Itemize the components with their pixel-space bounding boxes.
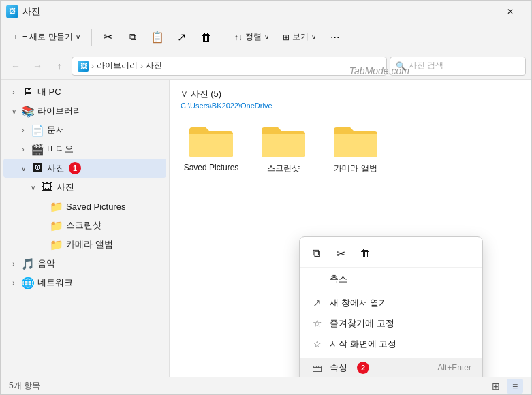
sidebar-item-pictures[interactable]: ∨ 🖼 사진 1: [3, 159, 166, 178]
cm-item-open-new[interactable]: ↗ 새 창에서 열기: [300, 293, 482, 313]
cm-open-new-label: 새 창에서 열기: [330, 297, 388, 309]
maximize-button[interactable]: □: [462, 1, 493, 22]
new-button[interactable]: ＋ + 새로 만들기 ∨: [6, 27, 86, 48]
cm-item-properties[interactable]: 🗃 속성 2 Alt+Enter: [300, 358, 482, 377]
sidebar-label-camera-roll: 카메라 앨범: [66, 238, 113, 251]
folder-icon-camera-roll: [331, 122, 380, 160]
more-options-button[interactable]: ···: [324, 27, 346, 48]
window: 🖼 사진 — □ ✕ ＋ + 새로 만들기 ∨ ✂ ⧉ 📋 ↗ 🗑: [0, 0, 532, 395]
folder-grid: Saved Pictures 스크린샷: [181, 119, 520, 177]
sidebar-label-documents: 문서: [47, 124, 65, 136]
list-view-icon: ≡: [512, 381, 518, 392]
sidebar-item-library[interactable]: ∨ 📚 라이브러리: [3, 101, 166, 121]
library-icon: 📚: [21, 105, 35, 118]
pictures-sub-icon: 🖼: [40, 181, 54, 193]
sort-label: 정렬: [245, 31, 262, 43]
search-box[interactable]: 🔍 사진 검색: [390, 57, 526, 76]
minimize-button[interactable]: —: [429, 1, 460, 22]
cm-divider-1: [300, 291, 482, 291]
context-menu-toolbar: ⧉ ✂ 🗑: [300, 240, 482, 268]
sidebar-item-network[interactable]: › 🌐 네트워크: [3, 273, 166, 292]
grid-view-button[interactable]: ⊞: [488, 379, 504, 394]
grid-view-icon: ⊞: [492, 381, 500, 392]
address-path[interactable]: 🖼 › 라이브러리 › 사진: [72, 57, 387, 76]
video-icon: 🎬: [31, 143, 44, 156]
view-chevron-icon: ∨: [311, 33, 316, 41]
cm-item-shrink[interactable]: 축소: [300, 269, 482, 289]
path-pictures: 사진: [146, 60, 162, 72]
cm-properties-badge: 2: [357, 362, 369, 374]
share-button[interactable]: ↗: [171, 27, 193, 48]
cm-delete-button[interactable]: 🗑: [354, 242, 376, 264]
folder-label-screenshots: 스크린샷: [267, 163, 300, 174]
title-bar: 🖼 사진 — □ ✕: [1, 1, 531, 22]
screenshots-icon: 📁: [50, 219, 63, 232]
chevron-icon: ›: [18, 127, 28, 134]
more-icon: ···: [330, 31, 339, 44]
pictures-icon: 🖼: [31, 162, 44, 174]
sidebar-label-network: 네트워크: [37, 276, 73, 289]
back-button[interactable]: ←: [6, 57, 25, 76]
sidebar-label-my-pc: 내 PC: [37, 86, 61, 98]
paste-button[interactable]: 📋: [146, 27, 168, 48]
forward-button[interactable]: →: [28, 57, 47, 76]
sidebar-label-pictures-sub: 사진: [57, 181, 74, 193]
saved-pictures-icon: 📁: [50, 200, 63, 213]
documents-icon: 📄: [31, 124, 44, 137]
cm-open-new-icon: ↗: [311, 297, 323, 309]
sort-button[interactable]: ↑↓ 정렬 ∨: [229, 27, 275, 48]
folder-icon-screenshots: [259, 122, 308, 160]
chevron-icon: ∨: [9, 108, 18, 115]
sidebar-item-my-pc[interactable]: › 🖥 내 PC: [3, 82, 166, 101]
view-label: 보기: [292, 31, 309, 43]
search-placeholder: 사진 검색: [409, 60, 443, 72]
file-area: ∨ 사진 (5) C:\Users\BK2022\OneDrive Saved …: [170, 80, 531, 377]
cm-pin-quick-icon: ☆: [311, 317, 323, 330]
sidebar-item-screenshots[interactable]: 📁 스크린샷: [3, 216, 166, 235]
sidebar-label-pictures: 사진: [47, 162, 65, 174]
share-icon: ↗: [177, 31, 186, 44]
copy-button[interactable]: ⧉: [122, 27, 144, 48]
item-count: 5개 항목: [9, 380, 40, 392]
cm-item-pin-start[interactable]: ☆ 시작 화면에 고정: [300, 334, 482, 354]
sidebar-item-pictures-sub[interactable]: ∨ 🖼 사진: [3, 178, 166, 197]
delete-button[interactable]: 🗑: [195, 27, 217, 48]
cm-cut-button[interactable]: ✂: [330, 242, 351, 264]
section-path: C:\Users\BK2022\OneDrive: [181, 101, 272, 110]
chevron-icon: ∨: [28, 184, 37, 191]
section-subtext: C:\Users\BK2022\OneDrive: [181, 101, 520, 110]
path-library: 라이브러리: [97, 60, 138, 72]
cm-item-pin-quick[interactable]: ☆ 즐겨찾기에 고정: [300, 313, 482, 334]
window-icon: 🖼: [6, 5, 18, 18]
view-button[interactable]: ⊞ 보기 ∨: [277, 27, 322, 48]
sidebar-item-music[interactable]: › 🎵 음악: [3, 254, 166, 273]
sidebar-item-camera-roll[interactable]: 📁 카메라 앨범: [3, 235, 166, 254]
copy-icon: ⧉: [129, 31, 136, 43]
folder-label-saved-pictures: Saved Pictures: [184, 163, 239, 172]
sidebar-item-saved-pictures[interactable]: 📁 Saved Pictures: [3, 197, 166, 216]
address-bar: ← → ↑ 🖼 › 라이브러리 › 사진 🔍 사진 검색: [1, 52, 531, 80]
sort-chevron-icon: ∨: [264, 33, 269, 41]
sidebar-item-documents[interactable]: › 📄 문서: [3, 121, 166, 140]
sidebar-label-video: 비디오: [47, 143, 74, 155]
sidebar-item-video[interactable]: › 🎬 비디오: [3, 140, 166, 159]
cut-button[interactable]: ✂: [97, 27, 119, 48]
context-menu: ⧉ ✂ 🗑 축소 ↗ 새 창에서 열기: [299, 236, 483, 377]
folder-label-camera-roll: 카메라 앨범: [334, 163, 377, 174]
main-content: › 🖥 내 PC ∨ 📚 라이브러리 › 📄 문서 › 🎬 비디오: [1, 80, 531, 377]
paste-icon: 📋: [151, 31, 164, 44]
sidebar-label-screenshots: 스크린샷: [66, 219, 101, 232]
sidebar: › 🖥 내 PC ∨ 📚 라이브러리 › 📄 문서 › 🎬 비디오: [1, 80, 170, 377]
cm-copy-button[interactable]: ⧉: [305, 242, 327, 264]
up-button[interactable]: ↑: [50, 57, 69, 76]
music-icon: 🎵: [21, 257, 35, 270]
delete-icon: 🗑: [201, 31, 212, 44]
cm-pin-start-icon: ☆: [311, 338, 323, 350]
folder-item-saved-pictures[interactable]: Saved Pictures: [181, 119, 242, 177]
close-button[interactable]: ✕: [495, 1, 526, 22]
folder-item-camera-roll[interactable]: 카메라 앨범: [325, 119, 386, 177]
list-view-button[interactable]: ≡: [507, 379, 523, 394]
chevron-icon: ›: [9, 260, 18, 268]
toolbar: ＋ + 새로 만들기 ∨ ✂ ⧉ 📋 ↗ 🗑 ↑↓ 정렬 ∨ ⊞ 보기 ∨: [1, 22, 531, 52]
folder-item-screenshots[interactable]: 스크린샷: [253, 119, 314, 177]
